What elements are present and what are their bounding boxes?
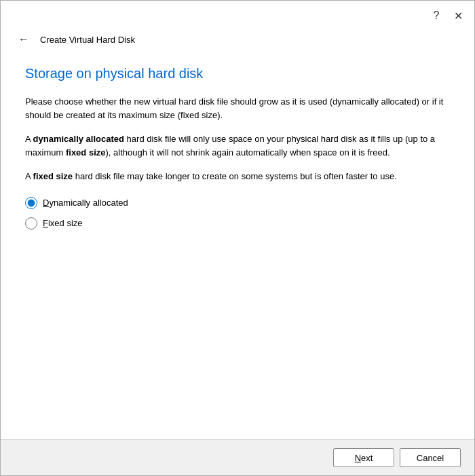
title-bar: ? ✕ xyxy=(1,1,474,28)
radio-fixed-label: Fixed size xyxy=(43,218,83,228)
description-1: Please choose whether the new virtual ha… xyxy=(25,95,450,122)
radio-option-dynamic[interactable]: Dynamically allocated xyxy=(25,197,450,209)
radio-group: Dynamically allocated Fixed size xyxy=(25,197,450,230)
dialog-footer: Next Cancel xyxy=(1,439,474,475)
help-button[interactable]: ? xyxy=(427,6,446,25)
close-button[interactable]: ✕ xyxy=(449,6,468,25)
bold-dynamically: dynamically allocated xyxy=(33,134,124,144)
dialog-content: Storage on physical hard disk Please cho… xyxy=(1,55,474,439)
page-title: Storage on physical hard disk xyxy=(25,66,450,81)
description-2: A dynamically allocated hard disk file w… xyxy=(25,132,450,159)
next-button[interactable]: Next xyxy=(333,448,394,467)
next-label: Next xyxy=(355,453,373,463)
dialog-window: ? ✕ ← Create Virtual Hard Disk Storage o… xyxy=(0,0,475,476)
back-button[interactable]: ← xyxy=(14,32,33,47)
bold-fixed-size-1: fixed size xyxy=(66,147,106,158)
dialog-header: ← Create Virtual Hard Disk xyxy=(1,28,474,55)
radio-dynamic[interactable] xyxy=(25,197,37,209)
bold-fixed-size-2: fixed size xyxy=(33,171,73,181)
radio-fixed[interactable] xyxy=(25,217,37,230)
dialog-title: Create Virtual Hard Disk xyxy=(40,35,135,45)
radio-option-fixed[interactable]: Fixed size xyxy=(25,217,450,230)
radio-dynamic-label: Dynamically allocated xyxy=(43,198,128,208)
cancel-button[interactable]: Cancel xyxy=(400,448,461,467)
title-bar-controls: ? ✕ xyxy=(427,6,468,25)
description-3: A fixed size hard disk file may take lon… xyxy=(25,170,450,183)
